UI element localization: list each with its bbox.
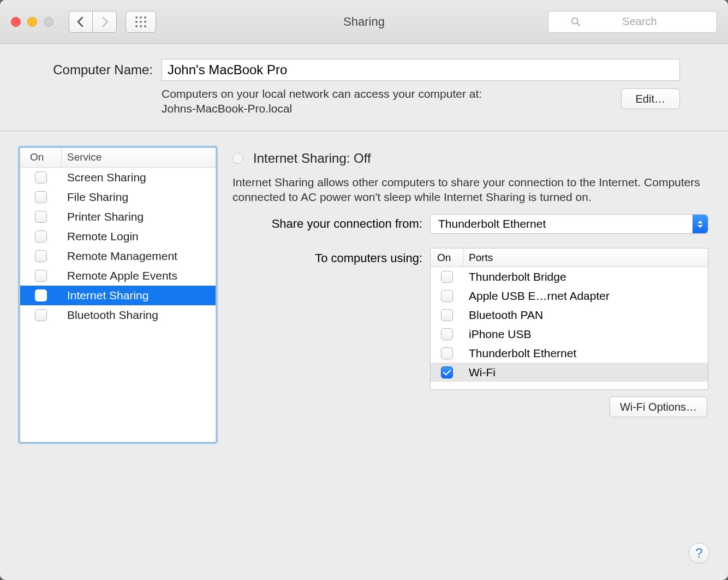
port-label: Thunderbolt Bridge xyxy=(463,270,566,283)
computer-name-help-line2: Johns-MacBook-Pro.local xyxy=(162,101,608,116)
back-button[interactable] xyxy=(69,11,93,33)
service-checkbox-wrap xyxy=(20,211,62,223)
service-row[interactable]: Remote Login xyxy=(20,227,216,246)
service-label: File Sharing xyxy=(62,191,128,204)
svg-point-8 xyxy=(144,25,146,27)
show-all-button[interactable] xyxy=(126,11,156,33)
traffic-lights xyxy=(11,17,53,27)
service-checkbox[interactable] xyxy=(35,289,47,301)
svg-point-6 xyxy=(135,25,138,27)
port-row[interactable]: Thunderbolt Bridge xyxy=(431,267,708,286)
chevron-right-icon xyxy=(100,16,109,27)
share-from-dropdown[interactable]: Thunderbolt Ethernet xyxy=(430,214,708,234)
service-list-header: On Service xyxy=(20,148,216,168)
window-title: Sharing xyxy=(343,15,385,29)
zoom-icon xyxy=(44,17,53,27)
ports-list-header: On Ports xyxy=(431,248,708,267)
service-row[interactable]: File Sharing xyxy=(20,187,216,207)
computer-name-field[interactable] xyxy=(162,59,680,81)
service-row[interactable]: Remote Apple Events xyxy=(20,266,216,286)
service-row[interactable]: Screen Sharing xyxy=(20,168,216,187)
svg-point-1 xyxy=(140,16,142,19)
port-checkbox[interactable] xyxy=(441,366,453,378)
service-checkbox[interactable] xyxy=(35,230,47,242)
service-checkbox-wrap xyxy=(20,230,62,242)
service-checkbox[interactable] xyxy=(35,309,47,321)
search-icon xyxy=(571,17,581,27)
service-checkbox[interactable] xyxy=(35,171,47,184)
service-checkbox[interactable] xyxy=(35,270,47,282)
titlebar: Sharing xyxy=(0,0,728,44)
service-checkbox[interactable] xyxy=(35,191,47,203)
port-row[interactable]: Wi-Fi xyxy=(431,363,708,382)
ports-col-on[interactable]: On xyxy=(431,248,463,267)
close-icon[interactable] xyxy=(11,17,21,27)
port-checkbox-wrap xyxy=(431,366,463,378)
forward-button[interactable] xyxy=(93,11,117,33)
to-label: To computers using: xyxy=(232,248,422,417)
help-button[interactable]: ? xyxy=(689,543,709,564)
search-field-wrap[interactable] xyxy=(548,11,717,33)
service-checkbox[interactable] xyxy=(35,211,47,223)
service-label: Remote Login xyxy=(62,230,139,243)
port-checkbox[interactable] xyxy=(441,309,453,321)
port-checkbox-wrap xyxy=(431,290,463,302)
service-row[interactable]: Remote Management xyxy=(20,246,216,266)
port-checkbox-wrap xyxy=(431,271,463,283)
ports-col-ports[interactable]: Ports xyxy=(463,252,493,264)
edit-button[interactable]: Edit… xyxy=(621,88,680,109)
computer-name-help-line1: Computers on your local network can acce… xyxy=(162,86,608,101)
computer-name-help-row: Computers on your local network can acce… xyxy=(48,86,680,116)
nav-buttons xyxy=(69,11,117,33)
port-checkbox-wrap xyxy=(431,309,463,321)
share-from-row: Share your connection from: Thunderbolt … xyxy=(232,214,708,234)
service-rows: Screen SharingFile SharingPrinter Sharin… xyxy=(20,168,216,325)
detail-description: Internet Sharing allows other computers … xyxy=(232,175,708,205)
ports-bottom-pad xyxy=(431,382,708,389)
service-checkbox-wrap xyxy=(20,191,62,203)
port-label: Wi-Fi xyxy=(463,366,496,379)
computer-name-row: Computer Name: xyxy=(48,59,680,81)
computer-name-label: Computer Name: xyxy=(48,62,153,78)
svg-point-2 xyxy=(144,16,146,19)
port-checkbox[interactable] xyxy=(441,290,453,302)
service-checkbox[interactable] xyxy=(35,250,47,262)
port-label: Apple USB E…rnet Adapter xyxy=(463,289,610,303)
service-label: Printer Sharing xyxy=(62,210,144,223)
port-checkbox[interactable] xyxy=(441,328,453,340)
share-from-label: Share your connection from: xyxy=(232,217,422,231)
port-rows: Thunderbolt BridgeApple USB E…rnet Adapt… xyxy=(431,267,708,382)
wifi-options-button[interactable]: Wi-Fi Options… xyxy=(610,396,707,417)
minimize-icon[interactable] xyxy=(27,17,37,27)
service-label: Remote Apple Events xyxy=(62,269,177,282)
detail-panel: Internet Sharing: Off Internet Sharing a… xyxy=(232,147,708,442)
service-label: Internet Sharing xyxy=(62,289,148,302)
port-checkbox[interactable] xyxy=(441,271,453,283)
port-row[interactable]: Bluetooth PAN xyxy=(431,305,708,324)
search-input[interactable] xyxy=(585,15,694,28)
service-row[interactable]: Internet Sharing xyxy=(20,286,216,305)
service-col-on[interactable]: On xyxy=(20,148,62,167)
svg-point-5 xyxy=(144,21,146,23)
port-checkbox[interactable] xyxy=(441,347,453,359)
port-checkbox-wrap xyxy=(431,328,463,340)
service-label: Remote Management xyxy=(62,250,177,263)
service-col-service[interactable]: Service xyxy=(62,151,102,163)
port-row[interactable]: iPhone USB xyxy=(431,324,708,344)
service-row[interactable]: Bluetooth Sharing xyxy=(20,305,216,325)
port-checkbox-wrap xyxy=(431,347,463,359)
port-row[interactable]: Apple USB E…rnet Adapter xyxy=(431,286,708,305)
main-content: On Service Screen SharingFile SharingPri… xyxy=(0,131,728,453)
computer-name-help: Computers on your local network can acce… xyxy=(162,86,608,116)
port-row[interactable]: Thunderbolt Ethernet xyxy=(431,344,708,363)
service-label: Screen Sharing xyxy=(62,171,146,184)
header-section: Computer Name: Computers on your local n… xyxy=(0,44,728,131)
ports-list[interactable]: On Ports Thunderbolt BridgeApple USB E…r… xyxy=(430,248,708,390)
service-list[interactable]: On Service Screen SharingFile SharingPri… xyxy=(20,147,216,442)
service-row[interactable]: Printer Sharing xyxy=(20,207,216,227)
sharing-window: Sharing Computer Name: Computers on your… xyxy=(0,0,728,580)
service-checkbox-wrap xyxy=(20,309,62,321)
service-checkbox-wrap xyxy=(20,289,62,301)
detail-title-row: Internet Sharing: Off xyxy=(232,151,708,166)
status-indicator-icon xyxy=(232,153,243,164)
